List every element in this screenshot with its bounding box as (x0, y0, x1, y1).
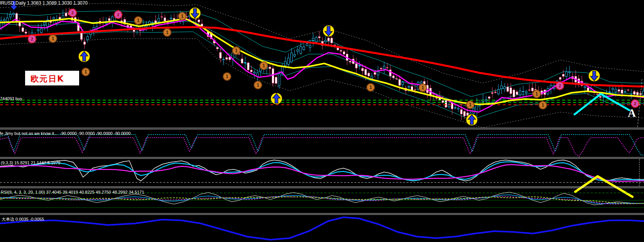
orange-signal-marker: 1 (260, 62, 268, 70)
indicator-label-wave: 大单边 0.0035 -0.0055 (2, 217, 44, 222)
chart-title: EURUSD,Daily 1.3083 1.3089 1.3030 1.3070 (0, 1, 88, 6)
chart-canvas[interactable]: 2222211111111111111 (0, 0, 644, 242)
order-line-label: 744093 buy (0, 96, 22, 101)
svg-text:1: 1 (536, 91, 538, 97)
orange-signal-marker: 1 (178, 12, 186, 20)
svg-text:1: 1 (542, 102, 544, 108)
svg-text:1: 1 (263, 63, 265, 68)
buy-arrow-icon (78, 51, 90, 62)
spiky-signal-marker: 2 (631, 100, 639, 107)
wave-point-a-label: A (628, 107, 636, 119)
svg-text:2: 2 (117, 12, 119, 17)
spiky-signal-marker: 2 (556, 82, 564, 90)
orange-signal-marker: 1 (223, 73, 231, 80)
buy-arrow-icon (466, 114, 478, 126)
svg-text:1: 1 (226, 74, 229, 79)
indicator-label-rsi: RSI(9, 4, 3, 3, 20, 1.00) 37.4045 39.401… (1, 190, 144, 195)
orange-signal-marker: 1 (466, 101, 474, 109)
svg-text:2: 2 (31, 37, 33, 41)
svg-text:2: 2 (634, 101, 636, 106)
orange-signal-marker: 1 (539, 101, 547, 109)
svg-text:1: 1 (85, 69, 87, 75)
orange-signal-marker: 1 (82, 68, 90, 76)
orange-signal-marker: 1 (232, 47, 240, 55)
spiky-signal-marker: 2 (28, 35, 36, 43)
svg-text:1: 1 (422, 85, 424, 90)
svg-text:1: 1 (137, 18, 140, 23)
orange-signal-marker: 1 (367, 84, 375, 91)
indicator-label-jimy: ife Jimy but not as we know it... -90.00… (0, 131, 130, 136)
orange-signal-marker: 1 (254, 81, 262, 89)
sell-arrow-icon (189, 7, 201, 19)
sell-arrow-icon (323, 25, 334, 37)
svg-text:2: 2 (71, 10, 74, 15)
svg-text:1: 1 (52, 36, 54, 41)
svg-text:2: 2 (559, 84, 561, 88)
spiky-signal-marker: 2 (69, 9, 76, 17)
indicator-label-stochastic: (9,3,3) 15.8291 21.1447 5.1979 (1, 160, 60, 165)
mt4-chart-window: 2222211111111111111 EURUSD,Daily 1.3083 … (0, 0, 644, 242)
chart-comment-text: 欧元日K (25, 71, 79, 84)
svg-text:1: 1 (257, 82, 259, 88)
orange-signal-marker: 1 (533, 90, 541, 98)
svg-text:1: 1 (166, 30, 169, 35)
orange-signal-marker: 1 (419, 84, 427, 92)
spiky-signal-marker: 2 (114, 11, 122, 19)
svg-text:1: 1 (235, 48, 238, 53)
orange-signal-marker: 1 (163, 29, 171, 36)
svg-text:1: 1 (469, 102, 472, 107)
orange-signal-marker: 1 (49, 35, 57, 43)
orange-signal-marker: 1 (134, 17, 142, 24)
chart-comment-box: 欧元日K (25, 71, 79, 85)
buy-arrow-icon (271, 93, 282, 104)
svg-text:1: 1 (369, 85, 372, 90)
svg-text:1: 1 (181, 14, 184, 19)
sell-arrow-icon (588, 70, 600, 82)
